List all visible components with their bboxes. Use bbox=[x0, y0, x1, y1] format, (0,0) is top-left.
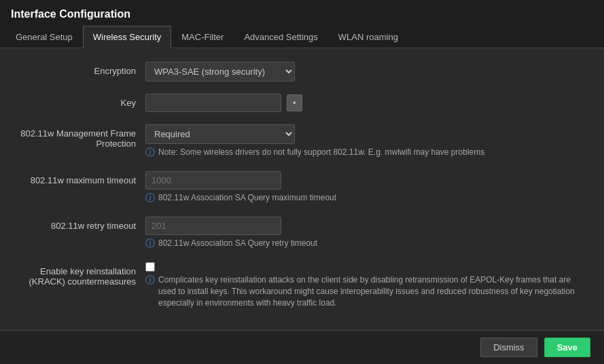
max-timeout-hint-text: 802.11w Association SA Query maximum tim… bbox=[158, 192, 336, 204]
encryption-select[interactable]: WPA3-SAE (strong security) WPA2-PSK WPA3… bbox=[145, 62, 295, 81]
tabs-bar: General Setup Wireless Security MAC-Filt… bbox=[0, 26, 604, 48]
krack-label: Enable key reinstallation (KRACK) counte… bbox=[16, 262, 145, 287]
tab-mac-filter[interactable]: MAC-Filter bbox=[171, 26, 234, 48]
retry-timeout-row: 802.11w retry timeout ⓘ 802.11w Associat… bbox=[16, 217, 588, 250]
key-label: Key bbox=[16, 94, 145, 108]
retry-timeout-hint-text: 802.11w Association SA Query retry timeo… bbox=[158, 238, 317, 249]
encryption-row: Encryption WPA3-SAE (strong security) WP… bbox=[16, 62, 588, 81]
mgmt-frame-row: 802.11w Management Frame Protection Disa… bbox=[16, 124, 588, 159]
content-area: Encryption WPA3-SAE (strong security) WP… bbox=[0, 48, 604, 330]
key-input[interactable] bbox=[145, 94, 281, 112]
key-toggle-button[interactable]: • bbox=[287, 94, 302, 111]
retry-timeout-field: ⓘ 802.11w Association SA Query retry tim… bbox=[145, 217, 588, 250]
tab-advanced-settings[interactable]: Advanced Settings bbox=[234, 26, 327, 48]
retry-timeout-hint: ⓘ 802.11w Association SA Query retry tim… bbox=[145, 238, 587, 250]
krack-field: ⓘ Complicates key reinstallation attacks… bbox=[145, 262, 588, 308]
max-timeout-label: 802.11w maximum timeout bbox=[16, 171, 145, 185]
mgmt-frame-select[interactable]: Disabled Optional Required bbox=[145, 124, 295, 144]
mgmt-frame-label: 802.11w Management Frame Protection bbox=[16, 124, 145, 149]
dismiss-button[interactable]: Dismiss bbox=[480, 338, 537, 357]
save-button[interactable]: Save bbox=[544, 338, 590, 357]
krack-row: Enable key reinstallation (KRACK) counte… bbox=[16, 262, 588, 308]
tab-wireless-security[interactable]: Wireless Security bbox=[83, 26, 171, 48]
max-timeout-row: 802.11w maximum timeout ⓘ 802.11w Associ… bbox=[16, 171, 588, 204]
krack-hint: ⓘ Complicates key reinstallation attacks… bbox=[145, 274, 587, 308]
mgmt-frame-field: Disabled Optional Required ⓘ Note: Some … bbox=[145, 124, 588, 159]
max-timeout-input[interactable] bbox=[145, 171, 281, 189]
krack-hint-text: Complicates key reinstallation attacks o… bbox=[158, 274, 587, 308]
encryption-label: Encryption bbox=[16, 62, 145, 76]
max-timeout-hint-icon: ⓘ bbox=[145, 192, 155, 204]
max-timeout-field: ⓘ 802.11w Association SA Query maximum t… bbox=[145, 171, 588, 204]
page-wrapper: Interface Configuration General Setup Wi… bbox=[0, 0, 604, 364]
page-title: Interface Configuration bbox=[0, 0, 604, 26]
mgmt-frame-hint-text: Note: Some wireless drivers do not fully… bbox=[158, 147, 484, 158]
retry-timeout-label: 802.11w retry timeout bbox=[16, 217, 145, 231]
tab-general-setup[interactable]: General Setup bbox=[5, 26, 83, 48]
max-timeout-hint: ⓘ 802.11w Association SA Query maximum t… bbox=[145, 192, 587, 204]
krack-hint-icon: ⓘ bbox=[145, 274, 155, 287]
retry-timeout-hint-icon: ⓘ bbox=[145, 238, 155, 250]
tab-wlan-roaming[interactable]: WLAN roaming bbox=[328, 26, 408, 48]
encryption-field: WPA3-SAE (strong security) WPA2-PSK WPA3… bbox=[145, 62, 588, 81]
mgmt-frame-hint: ⓘ Note: Some wireless drivers do not ful… bbox=[145, 147, 587, 159]
key-row: Key • bbox=[16, 94, 588, 112]
key-field: • bbox=[145, 94, 588, 112]
retry-timeout-input[interactable] bbox=[145, 217, 281, 235]
mgmt-frame-hint-icon: ⓘ bbox=[145, 147, 155, 159]
krack-checkbox[interactable] bbox=[145, 262, 155, 272]
footer: Dismiss Save bbox=[0, 330, 604, 364]
